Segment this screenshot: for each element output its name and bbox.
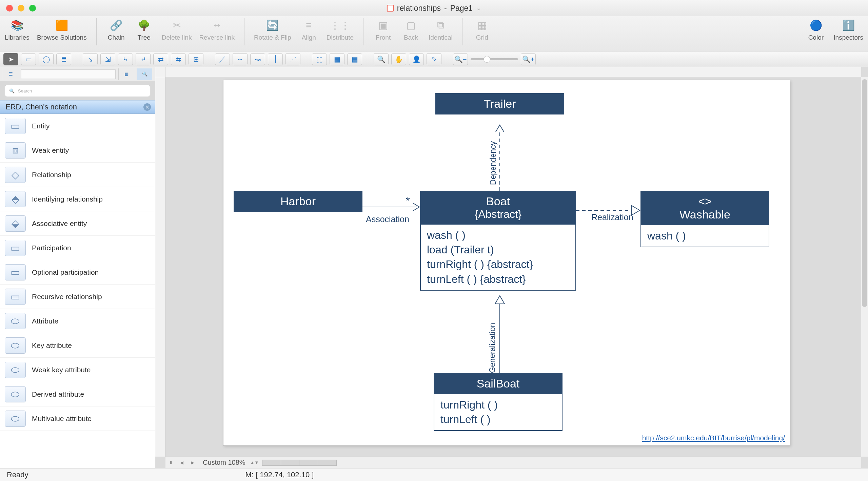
edge-label-association: Association	[366, 214, 409, 224]
vertical-scrollbar[interactable]	[861, 77, 868, 457]
ruler-vertical[interactable]	[155, 77, 165, 457]
sel-1[interactable]: ⬚	[312, 53, 327, 65]
chevron-down-icon[interactable]: ⌄	[476, 4, 481, 12]
toolbar-chain[interactable]: 🔗Chain	[106, 18, 126, 45]
class-header: Trailer	[436, 94, 564, 114]
shape-thumb-icon: ▭	[5, 264, 26, 280]
canvas-page[interactable]: Association * Dependency Realization Gen…	[223, 80, 790, 446]
rect-tool[interactable]: ▭	[21, 53, 36, 65]
outline-icon[interactable]: ☰	[3, 68, 18, 80]
toolbar-delete-link[interactable]: ✂Delete link	[162, 18, 192, 45]
snapshot-tool[interactable]: 👤	[409, 53, 424, 65]
conn-4[interactable]: ⤶	[136, 53, 151, 65]
shape-optional-participation[interactable]: ▭Optional participation	[0, 260, 155, 285]
footer-link[interactable]: http://sce2.umkc.edu/BIT/burrise/pl/mode…	[642, 434, 785, 442]
shape-thumb-icon: ▭	[5, 240, 26, 256]
canvas[interactable]: Association * Dependency Realization Gen…	[155, 67, 868, 468]
pan-tool[interactable]: ✋	[391, 53, 406, 65]
shape-thumb-icon: ⬘	[5, 191, 26, 207]
ellipse-tool[interactable]: ◯	[39, 53, 54, 65]
shape-thumb-icon: ⧈	[5, 142, 26, 159]
class-trailer[interactable]: Trailer	[435, 93, 564, 114]
shape-label: Recursive relationship	[32, 293, 102, 301]
toolbar-grid[interactable]: ▦Grid	[472, 18, 492, 45]
class-sailboat[interactable]: SailBoatturnRight ( )turnLeft ( )	[434, 373, 563, 431]
fullscreen-window-button[interactable]	[29, 5, 36, 12]
line-3[interactable]: ↝	[250, 53, 265, 65]
toolbar-align[interactable]: ≡Align	[299, 18, 319, 45]
toolbar-distribute[interactable]: ⋮⋮Distribute	[327, 18, 354, 45]
zoom-slider[interactable]	[471, 58, 518, 60]
prev-page-button[interactable]: ◀	[176, 458, 187, 467]
toolbar-identical[interactable]: ⧉Identical	[429, 18, 453, 45]
next-page-button[interactable]: ▶	[187, 458, 198, 467]
minimize-window-button[interactable]	[18, 5, 24, 12]
main-toolbar: 📚Libraries🟧Browse Solutions🔗Chain🌳Tree✂D…	[0, 16, 868, 51]
conn-5[interactable]: ⇄	[153, 53, 168, 65]
conn-1[interactable]: ↘	[83, 53, 98, 65]
shape-label: Weak entity	[32, 146, 69, 154]
conn-3[interactable]: ⤷	[118, 53, 133, 65]
shape-weak-key-attribute[interactable]: ⬭Weak key attribute	[0, 358, 155, 382]
ruler-horizontal[interactable]	[165, 67, 861, 77]
class-washable[interactable]: <>Washablewash ( )	[640, 191, 769, 247]
pause-icon[interactable]: ⏸	[165, 458, 176, 467]
text-tool[interactable]: ≣	[56, 53, 71, 65]
class-boat[interactable]: Boat{Abstract}wash ( )load (Trailer t)tu…	[420, 191, 576, 291]
shape-relationship[interactable]: ◇Relationship	[0, 163, 155, 187]
toolbar-reverse-link[interactable]: ↔Reverse link	[199, 18, 235, 45]
shape-label: Identifying relationship	[32, 195, 103, 203]
search-input[interactable]: 🔍 Search	[5, 85, 150, 97]
zoom-level-label[interactable]: Custom 108%	[198, 459, 250, 466]
sidebar-blank-field[interactable]	[21, 69, 116, 79]
search-icon: 🔍	[9, 88, 15, 93]
eyedropper-tool[interactable]: ✎	[427, 53, 441, 65]
status-bar: Ready M: [ 192.74, 102.10 ]	[0, 468, 868, 481]
line-5[interactable]: ⋰	[285, 53, 300, 65]
page-selector[interactable]	[262, 460, 337, 466]
toolbar-front[interactable]: ▣Front	[373, 18, 393, 45]
search-tab-icon[interactable]: 🔍	[137, 68, 152, 80]
shape-entity[interactable]: ▭Entity	[0, 114, 155, 138]
class-header: Harbor	[234, 191, 362, 211]
toolbar-libraries[interactable]: 📚Libraries	[5, 18, 29, 45]
toolbar-back[interactable]: ▢Back	[401, 18, 421, 45]
shape-recursive-relationship[interactable]: ▭Recursive relationship	[0, 285, 155, 309]
conn-6[interactable]: ⇆	[171, 53, 186, 65]
toolbar-inspectors[interactable]: ℹ️Inspectors	[833, 18, 863, 41]
shape-multivalue-attribute[interactable]: ⬭Multivalue attribute	[0, 406, 155, 431]
close-icon[interactable]: ✕	[143, 103, 151, 111]
zoom-tool[interactable]: 🔍	[374, 53, 389, 65]
zoom-stepper-icon[interactable]: ▲▼	[250, 460, 262, 465]
toolbar-tree[interactable]: 🌳Tree	[134, 18, 154, 45]
shape-key-attribute[interactable]: ⬭Key attribute	[0, 333, 155, 358]
shape-derived-attribute[interactable]: ⬭Derived attribute	[0, 382, 155, 406]
shape-attribute[interactable]: ⬭Attribute	[0, 309, 155, 333]
shape-weak-entity[interactable]: ⧈Weak entity	[0, 138, 155, 163]
line-1[interactable]: ／	[215, 53, 230, 65]
conn-2[interactable]: ⇲	[100, 53, 115, 65]
line-2[interactable]: ～	[233, 53, 248, 65]
ruler-corner	[155, 67, 165, 77]
zoom-out-btn[interactable]: 🔍−	[453, 53, 468, 65]
shape-participation[interactable]: ▭Participation	[0, 236, 155, 260]
sel-3[interactable]: ▤	[347, 53, 362, 65]
grid-view-icon[interactable]: ▦	[118, 68, 134, 80]
shape-label: Participation	[32, 244, 71, 252]
zoom-in-btn[interactable]: 🔍+	[521, 53, 536, 65]
toolbar-browse-solutions[interactable]: 🟧Browse Solutions	[37, 18, 87, 45]
shape-associative-entity[interactable]: ⬙Associative entity	[0, 211, 155, 236]
close-window-button[interactable]	[6, 5, 13, 12]
conn-7[interactable]: ⊞	[189, 53, 203, 65]
shape-label: Attribute	[32, 317, 58, 325]
line-4[interactable]: ⎮	[268, 53, 283, 65]
sel-2[interactable]: ▦	[330, 53, 344, 65]
pointer-tool[interactable]: ➤	[3, 53, 18, 65]
toolbar-rotate-flip[interactable]: 🔄Rotate & Flip	[254, 18, 291, 45]
toolbar-color[interactable]: 🔵Color	[806, 18, 826, 41]
sidebar-section-header[interactable]: ERD, Chen's notation ✕	[0, 100, 155, 114]
class-harbor[interactable]: Harbor	[234, 191, 362, 212]
shape-identifying-relationship[interactable]: ⬘Identifying relationship	[0, 187, 155, 211]
document-title[interactable]: relationships - Page1 ⌄	[387, 4, 481, 13]
shape-thumb-icon: ▭	[5, 289, 26, 305]
